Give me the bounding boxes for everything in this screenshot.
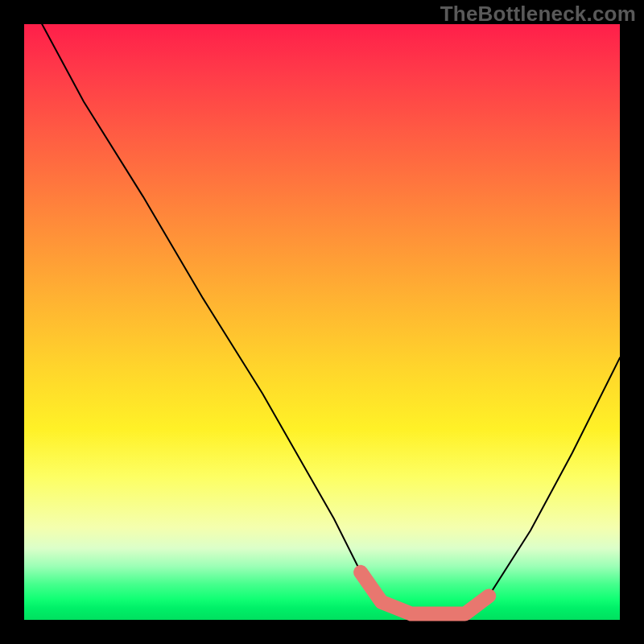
watermark-text: TheBottleneck.com — [440, 2, 636, 27]
highlight-segment — [361, 572, 489, 614]
bottleneck-curve — [42, 24, 620, 614]
plot-area — [24, 24, 620, 620]
curve-layer — [24, 24, 620, 620]
chart-frame: TheBottleneck.com — [0, 0, 644, 644]
